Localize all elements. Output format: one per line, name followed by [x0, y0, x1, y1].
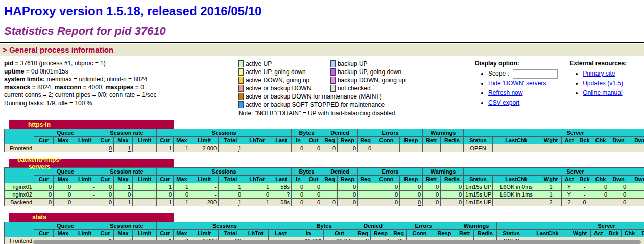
table-cell: Y	[562, 183, 577, 191]
table-cell: 0	[441, 183, 464, 191]
group-header-warnings: Warnings	[423, 168, 464, 176]
table-cell	[322, 183, 338, 191]
table-cell	[358, 183, 373, 191]
table-cell: 0	[292, 199, 305, 206]
column-header-max: Max	[174, 137, 190, 144]
divider	[0, 42, 644, 43]
column-header-lastchk: LastChk	[493, 176, 540, 183]
column-header-limit: Limit	[133, 176, 157, 183]
group-header-errors: Errors	[358, 168, 423, 176]
process-info-line: Running tasks: 1/9; idle = 100 %	[4, 100, 238, 108]
proxy-name-link[interactable]: https-in	[9, 121, 69, 128]
table-cell: 0	[338, 144, 358, 152]
table-cell	[243, 144, 271, 152]
legend-label: active DOWN, going up	[246, 77, 309, 84]
legend-label: not checked	[338, 85, 371, 92]
group-header-server: Server	[497, 222, 644, 230]
column-header-out: Out	[305, 137, 322, 144]
table-cell: 1	[114, 144, 133, 152]
table-cell: 0	[609, 183, 628, 191]
legend-swatch	[238, 101, 244, 108]
process-info-line: maxsock = 8024; maxconn = 4000; maxpipes…	[4, 84, 238, 92]
table-cell: 1	[540, 183, 562, 191]
table-cell: 0	[400, 199, 423, 206]
table-cell	[493, 199, 540, 206]
column-header-last: Last	[271, 176, 292, 183]
info-bar: pid = 37610 (process #1, nbproc = 1)upti…	[0, 56, 644, 120]
group-header-denied: Denied	[322, 129, 358, 137]
group-header-session-rate: Session rate	[97, 129, 157, 137]
group-header-bytes: Bytes	[292, 129, 322, 137]
column-header-cur: Cur	[97, 137, 114, 144]
table-cell: 0	[322, 144, 338, 152]
page-subtitle: Statistics Report for pid 37610	[4, 25, 644, 38]
table-cell: L6OK in 1ms	[493, 191, 540, 199]
column-header-max: Max	[114, 137, 133, 144]
column-header-wght: Wght	[569, 230, 591, 237]
horizontal-scrollbar[interactable]	[33, 240, 641, 244]
table-cell: 0	[441, 199, 464, 206]
column-header-last: Last	[271, 137, 292, 144]
tooltip-value: 0	[418, 191, 421, 198]
table-cell: -	[190, 183, 219, 191]
table-cell: 0	[609, 199, 628, 206]
legend-swatch	[330, 77, 336, 84]
display-options-title: Display option:	[475, 60, 562, 67]
legend-item: active or backup DOWN for maintenance (M…	[238, 92, 408, 101]
legend-label: active or backup DOWN for maintenance (M…	[246, 93, 382, 100]
group-header-denied: Denied	[322, 168, 358, 176]
column-header-wght: Wght	[540, 137, 562, 144]
link-refresh-now[interactable]: Refresh now	[488, 89, 522, 96]
column-header-cur: Cur	[157, 137, 174, 144]
page-title[interactable]: HAProxy version 1.5.18, released 2016/05…	[4, 4, 644, 18]
column-header-max: Max	[54, 137, 73, 144]
table-cell: 0	[292, 183, 305, 191]
table-cell: 0	[441, 191, 464, 199]
table-cell	[322, 191, 338, 199]
table-cell: 0	[305, 183, 322, 191]
column-header-lbtot: LbTot	[243, 176, 271, 183]
option-list-item: CSV export	[488, 98, 562, 108]
table-cell: 0	[114, 191, 133, 199]
column-header-cur: Cur	[97, 176, 114, 183]
legend-item: active UP, going down	[238, 68, 330, 76]
column-header-bck: Bck	[606, 230, 622, 237]
table-cell: 58s	[271, 199, 292, 206]
column-header-resp: Resp	[371, 230, 391, 237]
legend-swatch	[330, 68, 336, 76]
proxy-name-link[interactable]: stats	[9, 214, 69, 221]
legend-swatch	[330, 60, 336, 67]
link-hide-down-servers[interactable]: Hide 'DOWN' servers	[488, 80, 546, 87]
link-updates-v1-5[interactable]: Updates (v1.5)	[583, 80, 623, 87]
column-header-cur: Cur	[157, 230, 174, 237]
table-cell: 0	[97, 183, 114, 191]
table-cell: 58s	[271, 183, 292, 191]
table-cell: 0	[338, 199, 358, 206]
column-header-in: In	[292, 176, 305, 183]
column-header-chk: Chk	[592, 176, 609, 183]
scope-input[interactable]	[513, 69, 558, 79]
link-primary-site[interactable]: Primary site	[583, 70, 615, 77]
group-header-errors: Errors	[358, 129, 423, 137]
tooltip-value: 1	[238, 199, 241, 206]
table-cell: 0	[243, 191, 271, 199]
table-cell	[423, 144, 441, 152]
column-header-redis: Redis	[441, 176, 464, 183]
link-online-manual[interactable]: Online manual	[583, 89, 622, 96]
table-cell: 0	[592, 183, 609, 191]
process-info-line: current conns = 2; current pipes = 0/0; …	[4, 91, 238, 100]
tooltip-value: 0	[238, 191, 241, 198]
table-cell: -	[73, 191, 97, 199]
section-title: > General process information	[0, 44, 644, 56]
table-cell: 1m15s UP	[464, 183, 493, 191]
column-header-lastchk: LastChk	[526, 230, 569, 237]
column-header-act: Act	[562, 176, 577, 183]
scope-label: Scope :	[488, 70, 509, 77]
column-header-limit: Limit	[133, 230, 157, 237]
proxy-section-https-in: https-inQueueSession rateSessionsBytesDe…	[4, 120, 640, 152]
legend-swatch	[238, 93, 244, 100]
link-csv-export[interactable]: CSV export	[488, 99, 519, 106]
table-cell: 0	[400, 183, 423, 191]
column-header-total: Total	[219, 137, 243, 144]
table-cell	[34, 144, 97, 152]
